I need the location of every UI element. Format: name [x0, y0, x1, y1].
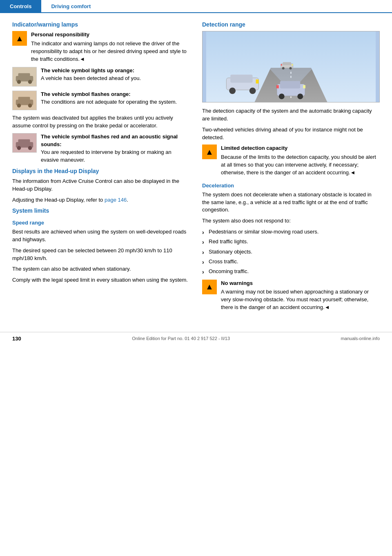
- vehicle3-title: The vehicle symbol flashes red and an ac…: [41, 133, 178, 147]
- left-column: Indicator/warning lamps ▲ Personal respo…: [12, 21, 190, 316]
- warning-body-1: The indicator and warning lamps do not r…: [31, 40, 187, 62]
- svg-rect-5: [13, 67, 36, 86]
- warning-icon-3: ▲: [202, 280, 217, 294]
- vehicle-symbol-block-1: The vehicle symbol lights up orange: A v…: [12, 67, 190, 87]
- subsection-speed-range-title: Speed range: [12, 220, 190, 226]
- warning-text-3: No warnings A warning may not be issued …: [221, 280, 380, 311]
- vehicle-symbol-img-2: [12, 91, 37, 110]
- svg-point-33: [249, 87, 256, 94]
- system-deactivated-text: The system was deactivated but applies t…: [12, 114, 190, 130]
- vehicle-symbol-img-1: [12, 67, 37, 87]
- bullet-item-4: Cross traffic.: [202, 258, 380, 266]
- vehicle1-body: A vehicle has been detected ahead of you…: [41, 75, 141, 81]
- bullet-item-2: Red traffic lights.: [202, 238, 380, 246]
- section-detection-range-title: Detection range: [202, 21, 380, 28]
- svg-point-37: [279, 93, 285, 99]
- svg-point-32: [229, 87, 236, 94]
- warning-title-1: Personal responsibility: [31, 31, 190, 39]
- section-system-limits-title: System limits: [12, 207, 190, 214]
- speed-text2: The desired speed can be selected betwee…: [12, 247, 190, 262]
- vehicle2-title: The vehicle symbol flashes orange:: [41, 91, 131, 97]
- vehicle-symbol-block-2: The vehicle symbol flashes orange: The c…: [12, 91, 190, 110]
- tab-controls-label: Controls: [10, 3, 31, 9]
- main-content: Indicator/warning lamps ▲ Personal respo…: [0, 13, 392, 324]
- svg-rect-34: [256, 80, 258, 84]
- vehicle1-title: The vehicle symbol lights up orange:: [41, 67, 134, 73]
- tab-driving-comfort-label: Driving comfort: [51, 3, 91, 9]
- bullet-item-1: Pedestrians or similar slow-moving road …: [202, 228, 380, 236]
- svg-point-26: [282, 67, 285, 69]
- hud-text2-suffix: .: [127, 197, 128, 203]
- footer-website: manuals-online.info: [341, 336, 380, 341]
- vehicle-symbol-img-3: [12, 133, 37, 153]
- hud-page-link[interactable]: page 146: [105, 197, 127, 203]
- warning-icon-2: ▲: [202, 145, 217, 159]
- decel-text1: The system does not decelerate when a st…: [202, 191, 380, 214]
- warning-no-warnings: ▲ No warnings A warning may not be issue…: [202, 280, 380, 311]
- tab-driving-comfort[interactable]: Driving comfort: [41, 0, 100, 12]
- vehicle2-body: The conditions are not adequate for oper…: [41, 99, 177, 105]
- detection-text2: Two-wheeled vehicles driving ahead of yo…: [202, 126, 380, 142]
- svg-rect-28: [292, 64, 293, 66]
- warning-text-1: Personal responsibility The indicator an…: [31, 31, 190, 63]
- decel-text2: The system also does not respond to:: [202, 217, 380, 225]
- hud-text2: Adjusting the Head-up Display, refer to …: [12, 196, 190, 204]
- warning-title-3: No warnings: [221, 280, 380, 287]
- speed-text3: The system can also be activated when st…: [12, 265, 190, 273]
- warning-body-3: A warning may not be issued when approac…: [221, 289, 369, 310]
- svg-rect-39: [303, 85, 305, 88]
- warning-body-2: Because of the limits to the detection c…: [221, 154, 376, 176]
- vehicle-symbol-text-1: The vehicle symbol lights up orange: A v…: [41, 67, 190, 82]
- section-deceleration-title: Deceleration: [202, 182, 380, 189]
- footer-text: Online Edition for Part no. 01 40 2 917 …: [132, 336, 230, 341]
- page-footer: 130 Online Edition for Part no. 01 40 2 …: [0, 332, 392, 345]
- page-number: 130: [12, 336, 21, 342]
- bullet-item-3: Stationary objects.: [202, 248, 380, 256]
- svg-rect-11: [13, 91, 36, 110]
- section-indicator-warning-title: Indicator/warning lamps: [12, 21, 190, 28]
- warning-limited-detection: ▲ Limited detection capacity Because of …: [202, 145, 380, 176]
- vehicle-symbol-text-2: The vehicle symbol flashes orange: The c…: [41, 91, 190, 106]
- right-column: Detection range: [202, 21, 380, 316]
- vehicle3-body: You are requested to intervene by brakin…: [41, 149, 172, 163]
- svg-point-38: [297, 93, 303, 99]
- svg-rect-36: [280, 81, 300, 89]
- speed-text1: Best results are achieved when using the…: [12, 228, 190, 244]
- detection-range-image: [202, 31, 380, 102]
- top-navigation: Controls Driving comfort: [0, 0, 392, 13]
- decel-bullet-list: Pedestrians or similar slow-moving road …: [202, 228, 380, 276]
- tab-controls[interactable]: Controls: [0, 0, 41, 12]
- vehicle-symbol-block-3: The vehicle symbol flashes red and an ac…: [12, 133, 190, 164]
- detection-text1: The detection capacity of the system and…: [202, 107, 380, 123]
- svg-rect-17: [13, 133, 36, 152]
- speed-text4: Comply with the legal speed limit in eve…: [12, 276, 190, 284]
- warning-personal-responsibility: ▲ Personal responsibility The indicator …: [12, 31, 190, 63]
- svg-rect-31: [230, 75, 252, 83]
- vehicle-symbol-text-3: The vehicle symbol flashes red and an ac…: [41, 133, 190, 164]
- section-hud-title: Displays in the Head-up Display: [12, 168, 190, 174]
- warning-icon-1: ▲: [12, 31, 27, 46]
- svg-rect-29: [281, 64, 282, 66]
- bullet-item-5: Oncoming traffic.: [202, 268, 380, 276]
- svg-point-27: [290, 67, 292, 69]
- svg-rect-25: [283, 62, 291, 65]
- hud-text1: The information from Active Cruise Contr…: [12, 178, 190, 193]
- svg-rect-40: [276, 85, 279, 88]
- warning-title-2: Limited detection capacity: [221, 145, 380, 152]
- hud-text2-prefix: Adjusting the Head-up Display, refer to: [12, 197, 103, 203]
- warning-text-2: Limited detection capacity Because of th…: [221, 145, 380, 176]
